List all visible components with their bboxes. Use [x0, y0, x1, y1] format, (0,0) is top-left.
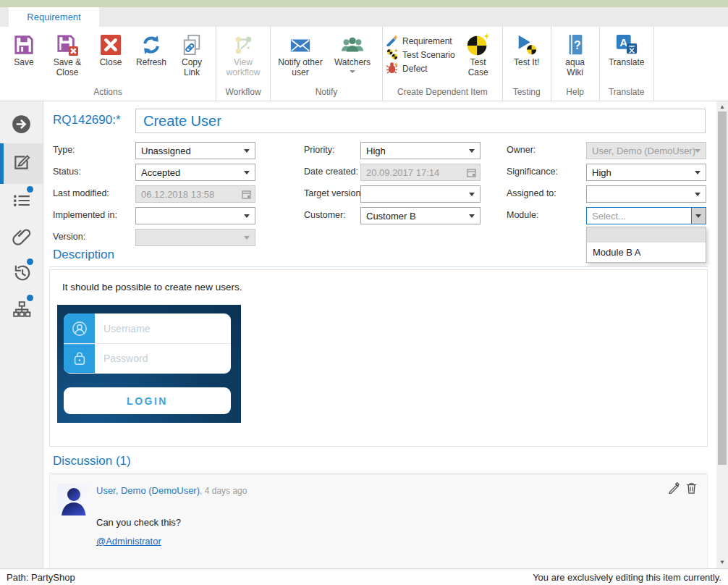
- sidebar-item-history[interactable]: [0, 256, 43, 292]
- notification-dot: [27, 186, 33, 193]
- arrow-right-circle-icon: [12, 114, 31, 137]
- notify-other-user-button[interactable]: Notify other user: [276, 31, 325, 77]
- test-it-button[interactable]: Test It!: [508, 31, 546, 68]
- watchers-icon: [341, 31, 364, 58]
- version-select: [135, 229, 255, 246]
- customer-label: Customer:: [304, 210, 346, 220]
- module-option-empty[interactable]: [587, 227, 706, 243]
- dropdown-arrow-icon: [695, 193, 701, 196]
- save-button[interactable]: Save: [5, 31, 43, 68]
- target-version-select[interactable]: [360, 185, 481, 203]
- significance-label: Significance:: [507, 167, 558, 177]
- dropdown-arrow-icon: [469, 149, 475, 153]
- application-window: Requirement Save Save & Close: [0, 0, 728, 585]
- comment-author[interactable]: User, Demo (DemoUser): [96, 485, 200, 496]
- sidebar-item-hierarchy[interactable]: [0, 292, 43, 329]
- create-test-case-button[interactable]: Test Case: [460, 31, 497, 77]
- module-select[interactable]: Select...: [586, 207, 706, 224]
- svg-text:A: A: [619, 35, 627, 48]
- wiki-book-icon: ?: [564, 31, 586, 58]
- delete-comment-button[interactable]: [686, 482, 697, 497]
- comment-time: , 4 days ago: [200, 486, 247, 496]
- sidebar-collapse-button[interactable]: [0, 107, 43, 143]
- view-workflow-button[interactable]: View workflow: [221, 31, 265, 77]
- scroll-up-arrow-icon[interactable]: ▲: [716, 101, 728, 111]
- calendar-icon: [242, 190, 251, 201]
- priority-label: Priority:: [304, 145, 334, 155]
- paperclip-icon: [12, 227, 31, 249]
- status-bar: Path: PartyShop You are exclusively edit…: [0, 568, 728, 585]
- dropdown-arrow-icon: [244, 236, 250, 240]
- window-top-strip: [0, 0, 728, 7]
- save-and-close-icon: [56, 31, 78, 58]
- version-label: Version:: [53, 232, 85, 242]
- owner-select: User, Demo (DemoUser): [586, 142, 706, 159]
- sidebar-item-details-list[interactable]: [0, 184, 43, 220]
- create-requirement-button[interactable]: Requirement: [386, 34, 455, 48]
- refresh-icon: [140, 31, 162, 58]
- svg-text:?: ?: [574, 38, 581, 51]
- dropdown-arrow-icon: [695, 171, 701, 174]
- ribbon-group-translate: A Translate Translate: [600, 27, 654, 101]
- dropdown-arrow-icon: [244, 214, 250, 218]
- discussion-heading: Discussion (1): [49, 454, 708, 474]
- aqua-wiki-button[interactable]: ? aqua Wiki: [556, 31, 594, 77]
- create-defect-button[interactable]: Defect: [386, 62, 455, 75]
- editing-status-message: You are exclusively editing this item cu…: [533, 572, 721, 583]
- ribbon-group-label-help: Help: [554, 86, 597, 101]
- ribbon-group-label-actions: Actions: [2, 86, 213, 101]
- translate-button[interactable]: A Translate: [605, 31, 648, 68]
- item-editor: RQ142690:* Create User Type: Unassigned …: [43, 101, 716, 568]
- last-modified-label: Last modified:: [53, 188, 109, 198]
- comment-text: Can you check this?: [96, 517, 181, 528]
- test-case-icon: [466, 31, 491, 58]
- save-and-close-button[interactable]: Save & Close: [46, 31, 89, 77]
- assigned-to-select[interactable]: [586, 185, 706, 203]
- copy-link-button[interactable]: Copy Link: [173, 31, 211, 77]
- calendar-icon: [467, 168, 476, 180]
- customer-select[interactable]: Customer B: [360, 207, 481, 224]
- envelope-icon: [289, 31, 312, 58]
- priority-select[interactable]: High: [360, 142, 481, 159]
- comment-item: User, Demo (DemoUser), 4 days ago Can yo…: [49, 474, 708, 568]
- last-modified-field: 06.12.2018 13:58: [135, 185, 255, 203]
- scrollbar-thumb[interactable]: [718, 111, 727, 465]
- edit-icon: [12, 153, 31, 174]
- username-placeholder: Username: [95, 323, 151, 334]
- edit-comment-button[interactable]: [668, 482, 680, 497]
- dropdown-arrow-icon: [695, 214, 701, 218]
- refresh-button[interactable]: Refresh: [132, 31, 170, 68]
- watchers-button[interactable]: Watchers: [328, 31, 377, 73]
- login-mock-username-row: Username: [64, 313, 231, 343]
- login-mock-form: Username Password: [64, 313, 231, 374]
- ribbon-group-label-translate: Translate: [602, 86, 651, 101]
- description-editor[interactable]: It should be possible to create new user…: [49, 269, 708, 447]
- description-text: It should be possible to create new user…: [62, 282, 242, 292]
- title-input[interactable]: Create User: [135, 109, 706, 133]
- save-icon: [13, 31, 35, 58]
- ribbon-group-create-dependent-item: Requirement Test Scenario Defect: [383, 27, 503, 101]
- create-test-scenario-button[interactable]: Test Scenario: [386, 48, 455, 62]
- sidebar-item-attachments[interactable]: [0, 220, 43, 256]
- login-mockup-image: Username Password LOGIN: [57, 305, 241, 423]
- implemented-in-select[interactable]: [135, 207, 255, 224]
- module-option[interactable]: Module B A: [587, 243, 706, 262]
- dropdown-arrow-icon: [469, 214, 475, 218]
- type-select[interactable]: Unassigned: [135, 142, 255, 159]
- module-label: Module:: [507, 210, 538, 220]
- scroll-down-arrow-icon[interactable]: ▼: [716, 557, 728, 567]
- vertical-scrollbar[interactable]: ▲ ▼: [716, 101, 728, 568]
- left-sidebar: [0, 101, 43, 568]
- dropdown-arrow-icon: [244, 149, 250, 153]
- password-placeholder: Password: [95, 353, 148, 364]
- owner-label: Owner:: [507, 145, 536, 155]
- requirement-icon: [386, 34, 399, 49]
- dropdown-arrow-icon: [695, 149, 701, 153]
- status-select[interactable]: Accepted: [135, 164, 255, 181]
- sidebar-item-edit[interactable]: [0, 143, 43, 184]
- significance-select[interactable]: High: [586, 164, 706, 181]
- close-button[interactable]: Close: [92, 31, 130, 68]
- comment-mention-link[interactable]: @Administrator: [96, 536, 161, 547]
- tab-requirement[interactable]: Requirement: [9, 7, 99, 27]
- close-icon: [100, 31, 122, 58]
